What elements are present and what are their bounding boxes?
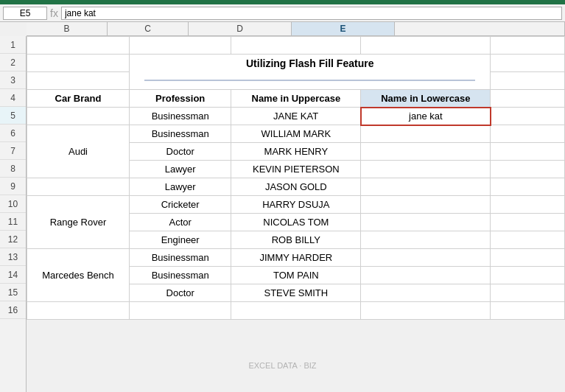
cell-f10[interactable] <box>491 196 565 214</box>
cell-e16[interactable] <box>361 302 491 320</box>
cell-d5[interactable]: JANE KAT <box>231 108 361 125</box>
cell-e6[interactable] <box>361 125 491 143</box>
cell-c9[interactable]: Lawyer <box>130 178 231 196</box>
cell-e8[interactable] <box>361 161 491 178</box>
header-name-uppercase: Name in Uppercase <box>231 90 361 108</box>
header-name-lowercase: Name in Lowercase <box>361 90 491 108</box>
row-num-12[interactable]: 12 <box>0 231 26 248</box>
cell-f1[interactable] <box>491 37 565 55</box>
cell-d6[interactable]: WILLIAM MARK <box>231 125 361 143</box>
col-header-d[interactable]: D <box>189 22 292 35</box>
header-car-brand: Car Brand <box>27 90 130 108</box>
cell-b10[interactable]: Range Rover <box>27 196 130 249</box>
formula-bar: E5 fx <box>0 4 565 22</box>
cell-d7[interactable]: MARK HENRY <box>231 143 361 161</box>
row-num-7[interactable]: 7 <box>0 142 26 160</box>
row-num-2[interactable]: 2 <box>0 54 26 71</box>
cell-f4[interactable] <box>491 90 565 108</box>
cell-d1[interactable] <box>231 37 361 55</box>
row-num-11[interactable]: 11 <box>0 213 26 231</box>
cell-d16[interactable] <box>231 302 361 320</box>
cell-d12[interactable]: ROB BILLY <box>231 231 361 249</box>
cell-e15[interactable] <box>361 284 491 302</box>
cell-d9[interactable]: JASON GOLD <box>231 178 361 196</box>
cell-f7[interactable] <box>491 143 565 161</box>
cell-f16[interactable] <box>491 302 565 320</box>
cell-d15[interactable]: STEVE SMITH <box>231 284 361 302</box>
cell-f12[interactable] <box>491 231 565 249</box>
cell-c11[interactable]: Actor <box>130 214 231 231</box>
cell-reference-box[interactable]: E5 <box>3 7 47 20</box>
cell-c6[interactable]: Businessman <box>130 125 231 143</box>
table-row <box>27 37 565 55</box>
col-header-f[interactable] <box>395 22 565 35</box>
row-num-13[interactable]: 13 <box>0 248 26 266</box>
cell-f6[interactable] <box>491 125 565 143</box>
cell-e12[interactable] <box>361 231 491 249</box>
cell-f13[interactable] <box>491 249 565 267</box>
row-num-16[interactable]: 16 <box>0 301 26 319</box>
cell-e1[interactable] <box>361 37 491 55</box>
row-num-14[interactable]: 14 <box>0 266 26 284</box>
cell-f2[interactable] <box>491 55 565 72</box>
col-header-c[interactable]: C <box>108 22 189 35</box>
grid-scroll-area[interactable]: Utilizing Flash Fill Feature <box>27 36 565 392</box>
spreadsheet-container: B C D E 1 2 3 4 5 6 7 <box>0 22 565 392</box>
row-num-1[interactable]: 1 <box>0 36 26 54</box>
cell-f5[interactable] <box>491 108 565 125</box>
cell-e14[interactable] <box>361 267 491 284</box>
cell-b9[interactable] <box>27 178 130 196</box>
row-num-9[interactable]: 9 <box>0 178 26 195</box>
col-header-e[interactable]: E <box>292 22 395 35</box>
cell-c15[interactable]: Doctor <box>130 284 231 302</box>
row-num-4[interactable]: 4 <box>0 89 26 107</box>
column-headers-row: B C D E <box>27 22 565 36</box>
row-num-15[interactable]: 15 <box>0 284 26 301</box>
cell-d8[interactable]: KEVIN PIETERSON <box>231 161 361 178</box>
cell-f14[interactable] <box>491 267 565 284</box>
table-row <box>27 72 565 90</box>
cell-b5[interactable] <box>27 108 130 125</box>
formula-input[interactable] <box>61 7 562 20</box>
cell-d11[interactable]: NICOLAS TOM <box>231 214 361 231</box>
divider-cell <box>130 72 491 90</box>
row-num-10[interactable]: 10 <box>0 195 26 213</box>
cell-b3[interactable] <box>27 72 130 90</box>
grid-body: 1 2 3 4 5 6 7 8 9 10 11 12 13 14 <box>0 36 565 392</box>
cell-f15[interactable] <box>491 284 565 302</box>
cell-d14[interactable]: TOM PAIN <box>231 267 361 284</box>
cell-e13[interactable] <box>361 249 491 267</box>
cell-f11[interactable] <box>491 214 565 231</box>
cell-c8[interactable]: Lawyer <box>130 161 231 178</box>
cell-c5[interactable]: Businessman <box>130 108 231 125</box>
row-num-5[interactable]: 5 <box>0 107 26 125</box>
row-num-8[interactable]: 8 <box>0 160 26 178</box>
table-row: Range Rover Cricketer HARRY DSUJA <box>27 196 565 214</box>
cell-b1[interactable] <box>27 37 130 55</box>
cell-c13[interactable]: Businessman <box>130 249 231 267</box>
cell-e9[interactable] <box>361 178 491 196</box>
cell-e5[interactable]: jane kat <box>361 108 491 125</box>
cell-e10[interactable] <box>361 196 491 214</box>
cell-b13[interactable]: Marcedes Bench <box>27 249 130 302</box>
cell-b2[interactable] <box>27 55 130 72</box>
cell-c14[interactable]: Businessman <box>130 267 231 284</box>
cell-b16[interactable] <box>27 302 130 320</box>
cell-d13[interactable]: JIMMY HARDER <box>231 249 361 267</box>
cell-e11[interactable] <box>361 214 491 231</box>
cell-c1[interactable] <box>130 37 231 55</box>
divider-line <box>144 80 475 81</box>
cell-c12[interactable]: Engineer <box>130 231 231 249</box>
row-num-6[interactable]: 6 <box>0 125 26 142</box>
row-num-3[interactable]: 3 <box>0 71 26 89</box>
cell-e7[interactable] <box>361 143 491 161</box>
cell-d10[interactable]: HARRY DSUJA <box>231 196 361 214</box>
col-header-b[interactable]: B <box>27 22 108 35</box>
cell-c7[interactable]: Doctor <box>130 143 231 161</box>
cell-f8[interactable] <box>491 161 565 178</box>
cell-b6[interactable]: Audi <box>27 125 130 178</box>
cell-c16[interactable] <box>130 302 231 320</box>
cell-f9[interactable] <box>491 178 565 196</box>
cell-c10[interactable]: Cricketer <box>130 196 231 214</box>
cell-f3[interactable] <box>491 72 565 90</box>
